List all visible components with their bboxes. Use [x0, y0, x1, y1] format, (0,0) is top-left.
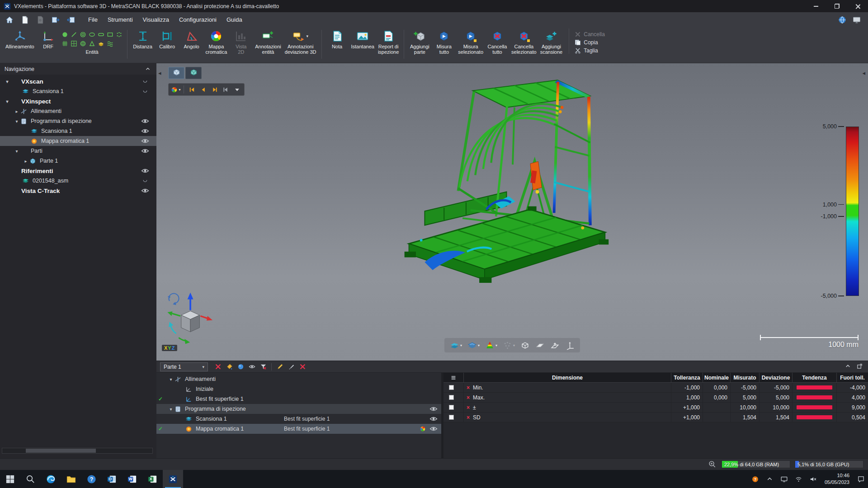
edit-entity-button[interactable] — [275, 362, 285, 371]
collapse-panel-icon[interactable] — [145, 66, 152, 72]
entity-polygon-button[interactable] — [115, 30, 124, 39]
column-header[interactable]: Nominale — [703, 373, 731, 382]
horizontal-scrollbar[interactable] — [2, 448, 153, 454]
clear-filter-button[interactable] — [258, 362, 268, 371]
import-session-button[interactable] — [49, 14, 62, 26]
cancella-tutto-button[interactable]: ▾ Cancella tutto — [485, 28, 509, 56]
go-next-button[interactable]: ▾ — [209, 84, 220, 95]
column-header[interactable]: Tolleranza — [671, 373, 703, 382]
xyz-axes-badge[interactable]: XYZ — [162, 345, 177, 351]
row-checkbox[interactable] — [449, 415, 454, 420]
cancella-button[interactable]: Cancella — [575, 31, 605, 38]
menu-item[interactable]: Guida — [222, 14, 247, 25]
tree-item[interactable]: Vista C-Track — [0, 186, 156, 196]
table-row[interactable]: ×Max. 1,000 0,000 5,000 5,000 4,000 — [443, 393, 868, 403]
menu-item[interactable]: Strumenti — [103, 14, 138, 25]
clock[interactable]: 10:46 05/05/2023 — [821, 470, 854, 488]
tree-item[interactable]: ▾ Programma di ispezione — [0, 116, 156, 126]
tray-network-icon[interactable] — [792, 470, 806, 488]
online-services-button[interactable] — [835, 14, 849, 26]
entity-rectangle-button[interactable] — [106, 30, 115, 39]
row-checkbox[interactable] — [449, 385, 454, 390]
tree-item[interactable]: Scansiona 1 — [0, 126, 156, 136]
chevron-icon[interactable]: ▾ — [167, 407, 175, 412]
viewport-tab-1[interactable] — [168, 67, 184, 79]
entity-sphere-button[interactable] — [79, 39, 88, 48]
menu-item[interactable]: File — [83, 14, 103, 25]
arc-icon[interactable] — [141, 88, 151, 95]
taskbar-explorer-button[interactable] — [61, 470, 81, 488]
clipping-plane-button[interactable]: ▾ — [549, 339, 561, 351]
taskbar-vxe-button[interactable] — [163, 470, 183, 488]
clean-entity-button[interactable] — [286, 362, 296, 371]
taglia-button[interactable]: Taglia — [575, 47, 605, 54]
column-header[interactable]: Fuori toll. — [837, 373, 868, 382]
arc-icon[interactable] — [141, 78, 151, 85]
tree-item[interactable]: Riferimenti — [0, 166, 156, 176]
table-row[interactable]: ×Min. -1,000 0,000 -5,000 -5,000 -4,000 — [443, 383, 868, 393]
taskbar-word-button[interactable]: W — [122, 470, 142, 488]
chevron-icon[interactable]: ▾ — [167, 377, 175, 382]
origin-axes-button[interactable]: ▾ — [564, 339, 576, 351]
tree-item[interactable]: ▾ Parti — [0, 146, 156, 156]
row-checkbox[interactable] — [449, 405, 454, 410]
calibro-button[interactable]: ▾ Calibro — [155, 28, 179, 50]
table-menu-icon[interactable] — [443, 373, 464, 382]
part-tree-item[interactable]: ✓ ▾ Allineamenti — [156, 374, 441, 384]
entity-surface-button[interactable] — [106, 39, 115, 48]
dropdown-caret-icon[interactable]: ▾ — [513, 343, 515, 347]
istantanea-button[interactable]: ▾ Istantanea — [349, 28, 376, 50]
distanza-button[interactable]: ▾ Distanza — [131, 28, 155, 50]
start-button[interactable] — [0, 470, 20, 488]
tree-item[interactable]: Mappa cromatica 1 — [0, 136, 156, 146]
chevron-icon[interactable]: ▾ — [13, 149, 20, 154]
nota-button[interactable]: ▾ Nota — [325, 28, 349, 50]
chevron-icon[interactable]: ▾ — [13, 119, 20, 124]
table-row[interactable]: ×SD +1,000 1,504 1,504 0,504 — [443, 413, 868, 422]
entity-ellipse-button[interactable] — [88, 30, 97, 39]
reference-plane-button[interactable]: ▾ — [534, 339, 546, 351]
mesh-display-button[interactable]: ▾ — [467, 339, 481, 351]
popout-panel-button[interactable] — [856, 363, 864, 371]
arc-icon[interactable] — [141, 178, 151, 184]
go-first-button[interactable]: ▾ — [186, 84, 197, 95]
restore-button[interactable] — [826, 0, 847, 12]
part-tree-item[interactable]: ✓ Iniziale — [156, 384, 441, 394]
entity-line-button[interactable] — [70, 30, 79, 39]
misura-selezionato-button[interactable]: ▾ Misura selezionato — [456, 28, 485, 56]
zoom-icon[interactable] — [708, 460, 717, 469]
colormap-mode-button[interactable]: ▾ — [484, 339, 498, 351]
go-previous-button[interactable]: ▾ — [198, 84, 208, 95]
vista-2d-button[interactable]: ▾ Vista 2D — [229, 28, 253, 56]
angolo-button[interactable]: ▾ Angolo — [179, 28, 204, 50]
eye-icon[interactable] — [141, 128, 151, 135]
viewport-tab-2[interactable] — [185, 67, 202, 79]
cancella-selezionato-button[interactable]: ▾ Cancella selezionato — [509, 28, 538, 56]
tree-item[interactable]: 0201548_asm — [0, 176, 156, 186]
aggiungi-scansione-button[interactable]: ▾ Aggiungi scansione — [538, 28, 565, 56]
probe-sphere-button[interactable] — [236, 362, 245, 371]
bounding-box-button[interactable]: ▾ — [519, 339, 531, 351]
eye-icon[interactable] — [141, 148, 151, 155]
annotazioni-deviazione-3d-button[interactable]: ▾ Annotazioni deviazione 3D — [283, 28, 318, 56]
part-tree-item[interactable]: ✓ ▾ Programma di ispezione — [156, 404, 441, 414]
entity-layers-button[interactable] — [97, 39, 106, 48]
minimize-button[interactable] — [806, 0, 826, 12]
toggle-visibility-button[interactable] — [247, 362, 257, 371]
menu-item[interactable]: Visualizza — [138, 14, 174, 25]
part-tree-item[interactable]: ✓ Scansiona 1 Best fit superficie 1 — [156, 414, 441, 424]
eye-icon[interactable] — [429, 426, 441, 432]
chevron-icon[interactable]: ▸ — [13, 109, 20, 114]
part-selector[interactable]: Parte 1▾ — [160, 362, 208, 371]
tray-expand-button[interactable] — [763, 470, 777, 488]
taskbar-help-button[interactable]: ? — [81, 470, 102, 488]
column-header[interactable]: Dimensione — [464, 373, 671, 382]
entity-circle-button[interactable] — [79, 30, 88, 39]
tray-device-icon[interactable] — [777, 470, 792, 488]
view-options-button[interactable]: ▾ — [231, 84, 242, 95]
eye-icon[interactable] — [141, 138, 151, 145]
search-button[interactable] — [20, 470, 41, 488]
entity-cone-button[interactable] — [88, 39, 97, 48]
row-checkbox[interactable] — [449, 395, 454, 400]
drf-button[interactable]: ▾ DRF — [36, 28, 61, 50]
